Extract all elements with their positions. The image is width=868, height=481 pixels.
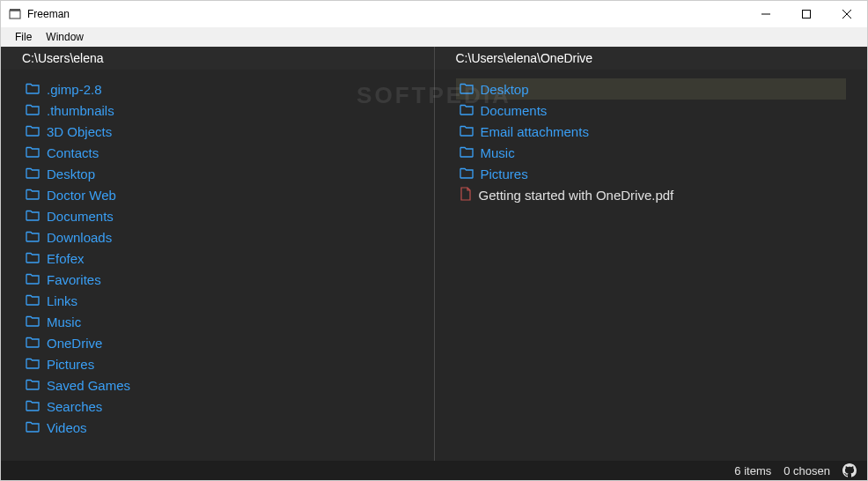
- file-entry[interactable]: Documents: [22, 205, 413, 226]
- file-name: Searches: [47, 399, 102, 414]
- svg-rect-0: [10, 11, 20, 18]
- file-entry[interactable]: Downloads: [22, 226, 413, 248]
- folder-icon: [460, 82, 474, 97]
- left-pane-body[interactable]: .gimp-2.8.thumbnails3D ObjectsContactsDe…: [1, 70, 434, 461]
- file-entry[interactable]: Videos: [22, 417, 413, 438]
- file-name: Doctor Web: [47, 188, 116, 203]
- file-entry[interactable]: Documents: [456, 100, 847, 121]
- folder-icon: [26, 209, 40, 224]
- file-name: Saved Games: [47, 378, 130, 393]
- svg-rect-3: [803, 11, 811, 18]
- file-entry[interactable]: Doctor Web: [22, 184, 413, 205]
- folder-icon: [460, 124, 474, 139]
- file-entry[interactable]: .thumbnails: [22, 100, 413, 121]
- pdf-file-icon: [460, 187, 472, 204]
- file-entry[interactable]: Contacts: [22, 142, 413, 163]
- folder-icon: [26, 145, 40, 160]
- file-name: .gimp-2.8: [47, 82, 102, 97]
- maximize-button[interactable]: [786, 1, 827, 27]
- file-entry[interactable]: Saved Games: [22, 374, 413, 396]
- file-name: Desktop: [481, 82, 529, 97]
- folder-icon: [460, 103, 474, 118]
- status-chosen-count: 0 chosen: [783, 464, 830, 477]
- right-pane-path[interactable]: C:\Users\elena\OneDrive: [435, 47, 868, 70]
- folder-icon: [26, 272, 40, 287]
- main-area: C:\Users\elena .gimp-2.8.thumbnails3D Ob…: [1, 47, 867, 480]
- folder-icon: [26, 357, 40, 372]
- folder-icon: [26, 399, 40, 414]
- file-entry[interactable]: Searches: [22, 396, 413, 417]
- file-entry[interactable]: Getting started with OneDrive.pdf: [456, 184, 847, 205]
- file-name: Documents: [47, 209, 114, 224]
- file-name: Music: [481, 145, 515, 160]
- menu-file[interactable]: File: [8, 29, 39, 45]
- folder-icon: [26, 166, 40, 181]
- file-name: Getting started with OneDrive.pdf: [479, 188, 674, 203]
- left-pane-path[interactable]: C:\Users\elena: [1, 47, 434, 70]
- file-entry[interactable]: .gimp-2.8: [22, 78, 413, 100]
- file-name: 3D Objects: [47, 124, 112, 139]
- file-name: Favorites: [47, 272, 101, 287]
- folder-icon: [460, 166, 474, 181]
- minimize-button[interactable]: [746, 1, 786, 27]
- file-name: OneDrive: [47, 336, 102, 351]
- folder-icon: [26, 251, 40, 266]
- file-name: .thumbnails: [47, 103, 114, 118]
- file-name: Downloads: [47, 230, 112, 245]
- folder-icon: [26, 124, 40, 139]
- folder-icon: [26, 230, 40, 245]
- status-items-count: 6 items: [734, 464, 771, 477]
- file-entry[interactable]: 3D Objects: [22, 121, 413, 142]
- file-name: Efofex: [47, 251, 85, 266]
- file-name: Pictures: [481, 166, 528, 181]
- right-pane: C:\Users\elena\OneDrive DesktopDocuments…: [435, 47, 868, 461]
- statusbar: 6 items 0 chosen: [1, 461, 867, 480]
- svg-rect-1: [10, 9, 20, 11]
- file-entry[interactable]: Desktop: [456, 78, 847, 100]
- file-name: Email attachments: [481, 124, 589, 139]
- folder-icon: [26, 293, 40, 308]
- file-name: Documents: [481, 103, 548, 118]
- file-name: Videos: [47, 420, 87, 435]
- file-name: Links: [47, 293, 77, 308]
- file-entry[interactable]: OneDrive: [22, 332, 413, 353]
- file-entry[interactable]: Pictures: [22, 353, 413, 374]
- file-entry[interactable]: Desktop: [22, 163, 413, 184]
- file-entry[interactable]: Music: [456, 142, 847, 163]
- menu-window[interactable]: Window: [39, 29, 91, 45]
- folder-icon: [460, 145, 474, 160]
- app-icon: [8, 7, 22, 21]
- file-name: Contacts: [47, 145, 99, 160]
- file-entry[interactable]: Efofex: [22, 248, 413, 269]
- file-entry[interactable]: Pictures: [456, 163, 847, 184]
- window-title: Freeman: [27, 8, 746, 20]
- dual-pane-container: C:\Users\elena .gimp-2.8.thumbnails3D Ob…: [1, 47, 867, 461]
- left-pane: C:\Users\elena .gimp-2.8.thumbnails3D Ob…: [1, 47, 435, 461]
- folder-icon: [26, 188, 40, 203]
- folder-icon: [26, 103, 40, 118]
- file-name: Desktop: [47, 166, 95, 181]
- file-name: Music: [47, 314, 81, 329]
- folder-icon: [26, 336, 40, 351]
- window-controls: [746, 1, 867, 27]
- file-entry[interactable]: Favorites: [22, 269, 413, 290]
- folder-icon: [26, 420, 40, 435]
- close-button[interactable]: [827, 1, 867, 27]
- file-entry[interactable]: Email attachments: [456, 121, 847, 142]
- github-icon[interactable]: [842, 463, 857, 477]
- folder-icon: [26, 378, 40, 393]
- folder-icon: [26, 82, 40, 97]
- file-entry[interactable]: Music: [22, 311, 413, 332]
- folder-icon: [26, 314, 40, 329]
- right-pane-body[interactable]: DesktopDocumentsEmail attachmentsMusicPi…: [435, 70, 868, 461]
- menubar: File Window: [1, 27, 867, 47]
- file-entry[interactable]: Links: [22, 290, 413, 311]
- window-titlebar: Freeman: [1, 1, 867, 27]
- file-name: Pictures: [47, 357, 94, 372]
